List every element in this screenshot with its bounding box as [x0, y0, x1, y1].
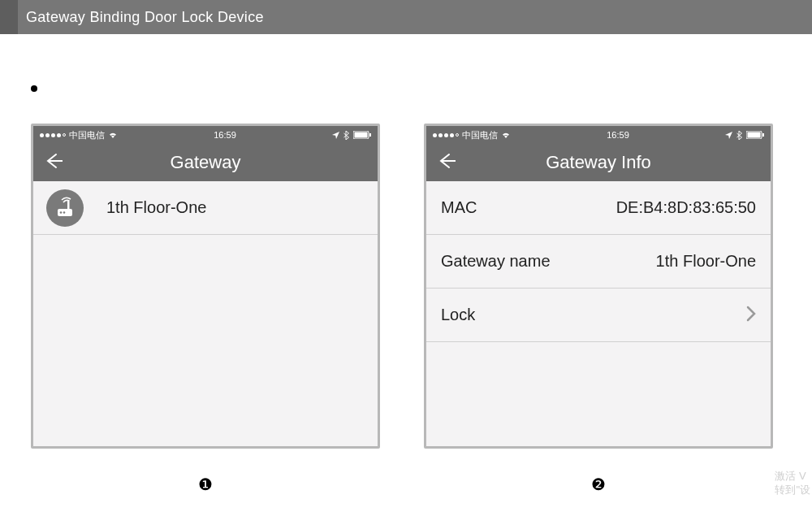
location-icon — [332, 132, 339, 139]
svg-point-5 — [63, 211, 66, 214]
back-button[interactable] — [45, 153, 63, 172]
info-list: MAC DE:B4:8D:83:65:50 Gateway name 1th F… — [426, 181, 771, 446]
status-left: 中国电信 — [40, 129, 118, 141]
location-icon — [725, 132, 732, 139]
nav-bar: Gateway — [33, 144, 378, 181]
bluetooth-icon — [736, 131, 742, 140]
svg-rect-6 — [67, 200, 70, 210]
gateway-item-label: 1th Floor-One — [106, 198, 206, 217]
info-row-gateway-name[interactable]: Gateway name 1th Floor-One — [426, 235, 771, 289]
mac-label: MAC — [441, 198, 477, 217]
signal-icon — [40, 133, 66, 137]
svg-rect-9 — [762, 133, 764, 137]
svg-rect-1 — [355, 132, 368, 138]
step-1: ❶ — [31, 475, 380, 494]
status-time: 16:59 — [607, 130, 629, 140]
phone-gateway-info: 中国电信 16:59 Gateway — [424, 124, 773, 449]
svg-rect-2 — [369, 133, 371, 137]
step-numbers: ❶ ❷ — [31, 475, 793, 494]
gateway-name-value: 1th Floor-One — [656, 252, 756, 271]
wifi-icon — [501, 131, 511, 139]
status-time: 16:59 — [214, 130, 236, 140]
status-right — [725, 131, 764, 140]
nav-bar: Gateway Info — [426, 144, 771, 181]
bullet-point — [31, 85, 37, 92]
lock-label: Lock — [441, 306, 475, 324]
gateway-icon — [46, 189, 84, 227]
nav-title: Gateway Info — [426, 152, 771, 173]
phone-gateway-list: 中国电信 16:59 Gateway — [31, 124, 380, 449]
info-row-lock[interactable]: Lock — [426, 289, 771, 342]
watermark: 激活 V 转到"设 — [775, 470, 810, 497]
back-button[interactable] — [438, 153, 456, 172]
battery-icon — [353, 131, 371, 139]
carrier-label: 中国电信 — [462, 129, 498, 141]
status-left: 中国电信 — [433, 129, 511, 141]
step-2: ❷ — [424, 475, 773, 494]
status-bar: 中国电信 16:59 — [426, 126, 771, 144]
gateway-name-label: Gateway name — [441, 252, 551, 271]
info-row-mac: MAC DE:B4:8D:83:65:50 — [426, 181, 771, 235]
svg-point-4 — [60, 211, 63, 214]
chevron-right-icon — [746, 306, 756, 325]
status-right — [332, 131, 371, 140]
carrier-label: 中国电信 — [69, 129, 105, 141]
wifi-icon — [108, 131, 118, 139]
mac-value: DE:B4:8D:83:65:50 — [616, 198, 756, 217]
svg-rect-8 — [748, 132, 761, 138]
page-title: Gateway Binding Door Lock Device — [26, 9, 264, 26]
gateway-list-item[interactable]: 1th Floor-One — [33, 181, 378, 235]
watermark-line2: 转到"设 — [775, 484, 810, 497]
banner-accent — [0, 0, 18, 34]
watermark-line1: 激活 V — [775, 470, 810, 484]
status-bar: 中国电信 16:59 — [33, 126, 378, 144]
nav-title: Gateway — [33, 152, 378, 173]
bluetooth-icon — [343, 131, 349, 140]
page-banner: Gateway Binding Door Lock Device — [0, 0, 812, 34]
gateway-list: 1th Floor-One — [33, 181, 378, 446]
signal-icon — [433, 133, 459, 137]
battery-icon — [746, 131, 764, 139]
